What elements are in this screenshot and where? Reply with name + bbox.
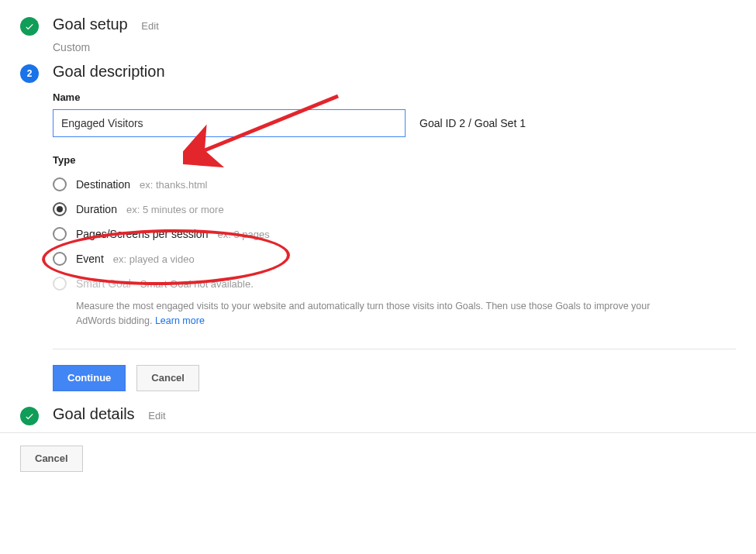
radio-icon [53, 277, 67, 291]
name-label: Name [53, 91, 736, 103]
radio-hint-pages: ex: 3 pages [217, 229, 269, 240]
goal-name-input[interactable] [53, 109, 406, 137]
goal-wizard: Goal setup Edit Custom 2 Goal descriptio… [20, 15, 736, 472]
type-label: Type [53, 154, 736, 166]
radio-hint-destination: ex: thanks.html [140, 179, 207, 191]
divider [53, 349, 736, 349]
radio-hint-duration: ex: 5 minutes or more [126, 204, 224, 215]
radio-hint-smart: Smart Goal not available. [140, 278, 254, 290]
cancel-button[interactable]: Cancel [136, 365, 199, 391]
radio-row-destination[interactable]: Destination ex: thanks.html [53, 172, 736, 197]
step-number-badge: 2 [20, 64, 39, 83]
goal-type-list: Destination ex: thanks.html Duration ex:… [53, 172, 736, 329]
smart-goal-description: Measure the most engaged visits to your … [53, 299, 689, 329]
radio-row-event[interactable]: Event ex: played a video [53, 246, 736, 271]
radio-label-smart: Smart Goal [76, 277, 131, 290]
radio-icon[interactable] [53, 227, 67, 241]
bottom-bar: Cancel [0, 432, 756, 472]
check-icon [20, 407, 39, 425]
step-description-title: Goal description [53, 63, 165, 80]
learn-more-link[interactable]: Learn more [155, 315, 205, 326]
radio-label-destination: Destination [76, 178, 130, 191]
check-icon [20, 17, 39, 36]
step-buttons: Continue Cancel [53, 365, 736, 391]
name-row: Goal ID 2 / Goal Set 1 [53, 109, 736, 137]
radio-icon[interactable] [53, 202, 67, 216]
continue-button[interactable]: Continue [53, 365, 126, 391]
radio-row-duration[interactable]: Duration ex: 5 minutes or more [53, 197, 736, 222]
radio-icon[interactable] [53, 177, 67, 191]
radio-row-pages[interactable]: Pages/Screens per session ex: 3 pages [53, 222, 736, 246]
goal-id-label: Goal ID 2 / Goal Set 1 [419, 117, 526, 129]
radio-icon[interactable] [53, 252, 67, 266]
step-goal-details: Goal details Edit [20, 405, 736, 423]
radio-label-event: Event [76, 253, 104, 265]
edit-setup-link[interactable]: Edit [141, 20, 158, 32]
radio-label-pages: Pages/Screens per session [76, 228, 208, 240]
step-details-title: Goal details [53, 405, 135, 422]
radio-row-smart: Smart Goal Smart Goal not available. [53, 271, 736, 296]
bottom-cancel-button[interactable]: Cancel [20, 446, 83, 472]
step-goal-description: 2 Goal description Name Goal ID 2 / Goal… [20, 63, 736, 391]
step-goal-setup: Goal setup Edit Custom [20, 15, 736, 53]
radio-hint-event: ex: played a video [113, 253, 195, 265]
radio-label-duration: Duration [76, 203, 117, 215]
step-setup-subtitle: Custom [53, 41, 736, 53]
edit-details-link[interactable]: Edit [148, 410, 165, 422]
step-setup-title: Goal setup [53, 15, 128, 33]
